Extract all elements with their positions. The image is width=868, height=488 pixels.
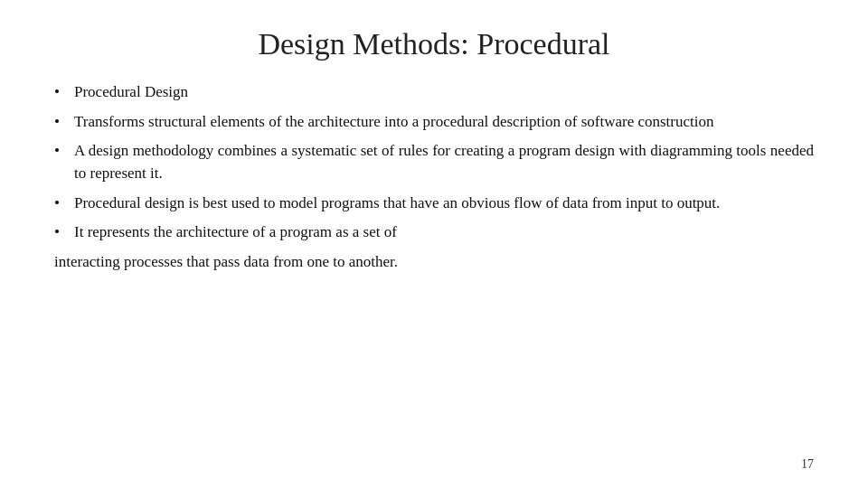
bullet-item-4: • Procedural design is best used to mode… xyxy=(54,192,814,215)
bullet-dot-3: • xyxy=(54,140,74,163)
bullet-item-5: • It represents the architecture of a pr… xyxy=(54,221,814,244)
slide-content: • Procedural Design • Transforms structu… xyxy=(54,81,814,461)
bullet-text-1: Procedural Design xyxy=(74,81,814,104)
slide: Design Methods: Procedural • Procedural … xyxy=(0,0,868,488)
bullet-dot-1: • xyxy=(54,81,74,104)
bullet-item-3: • A design methodology combines a system… xyxy=(54,140,814,184)
bullet-text-4: Procedural design is best used to model … xyxy=(74,192,814,215)
footer-text: interacting processes that pass data fro… xyxy=(54,251,814,274)
bullet-text-3: A design methodology combines a systemat… xyxy=(74,140,814,184)
slide-title: Design Methods: Procedural xyxy=(54,27,814,61)
bullet-dot-4: • xyxy=(54,192,74,215)
bullet-dot-2: • xyxy=(54,111,74,134)
page-number: 17 xyxy=(801,457,814,472)
bullet-dot-5: • xyxy=(54,221,74,244)
bullet-text-2: Transforms structural elements of the ar… xyxy=(74,111,814,134)
bullet-item-1: • Procedural Design xyxy=(54,81,814,104)
bullet-item-2: • Transforms structural elements of the … xyxy=(54,111,814,134)
bullet-list: • Procedural Design • Transforms structu… xyxy=(54,81,814,251)
bullet-text-5: It represents the architecture of a prog… xyxy=(74,221,814,244)
